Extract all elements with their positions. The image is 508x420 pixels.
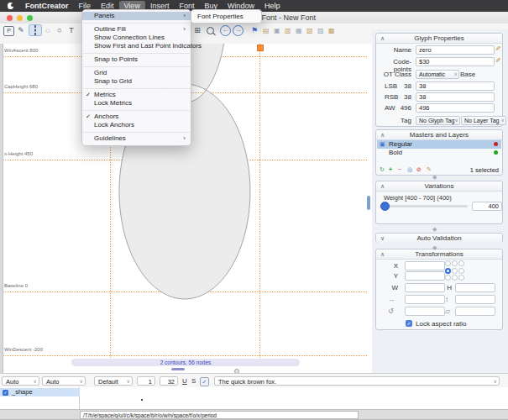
rect-select-icon[interactable] (29, 24, 42, 36)
otclass-dropdown[interactable]: Automatic ∨ (416, 70, 459, 79)
lock-aspect-checkbox[interactable]: ✓ (406, 320, 412, 327)
panel-splitter-icon[interactable]: ◆ (432, 174, 437, 181)
menu-fontcreator[interactable]: FontCreator (20, 1, 74, 11)
edit-master-icon[interactable]: ✎ (427, 166, 432, 173)
collapse-chevron-icon[interactable]: ∧ (380, 181, 385, 191)
component-tool-icon[interactable]: ▨ (317, 27, 324, 34)
codepoints-field[interactable]: $30 (416, 57, 495, 66)
menu-help[interactable]: Help (259, 1, 285, 11)
anchor-top-left[interactable] (445, 260, 451, 266)
navigate-back-icon[interactable]: ← (220, 25, 231, 36)
sync-master-icon[interactable]: ◎ (407, 166, 412, 173)
ellipse-tool-icon[interactable]: ○ (54, 25, 65, 35)
variations-header[interactable]: ∧ Variations (376, 181, 502, 192)
slant-field[interactable] (455, 307, 495, 316)
validation-warning-icon[interactable]: ⊘ (416, 166, 422, 173)
remove-master-icon[interactable]: − (398, 166, 401, 172)
anchor-middle-center[interactable] (452, 268, 458, 274)
anchor-tool-icon[interactable]: ▦ (296, 27, 302, 34)
collapse-chevron-icon[interactable]: ∧ (380, 34, 385, 43)
scrollbar-drag-handle[interactable] (171, 368, 185, 370)
menu-item-outline-fill[interactable]: Outline Fill › (82, 25, 191, 34)
menu-item-show-first-last[interactable]: Show First and Last Point Indicators (82, 42, 191, 50)
skew-horizontal-field[interactable] (405, 295, 445, 304)
auto-select-1[interactable]: Auto ∨ (2, 376, 39, 386)
anchor-bottom-center[interactable] (452, 275, 458, 281)
layer-tool-2-icon[interactable]: ▥ (285, 27, 291, 34)
style-icon[interactable]: S (191, 377, 196, 385)
add-master-icon[interactable]: + (389, 166, 392, 172)
anchor-top-center[interactable] (452, 260, 458, 266)
submenu-item-font-properties[interactable]: Font Properties (197, 13, 244, 20)
menu-item-lock-anchors[interactable]: Lock Anchors (82, 121, 191, 129)
navigate-forward-icon[interactable]: → (233, 25, 244, 36)
layer-tool-1-icon[interactable]: ▤ (263, 27, 270, 34)
master-row-bold[interactable]: Bold (377, 149, 501, 157)
preview-checkbox-icon[interactable]: ✓ (200, 377, 209, 386)
menu-item-show-connection-lines[interactable]: Show Connection Lines (82, 34, 191, 42)
panel-splitter-icon[interactable]: ◆ (432, 226, 437, 233)
anchor-bottom-left[interactable] (445, 275, 451, 281)
menu-item-lock-metrics[interactable]: Lock Metrics (82, 99, 191, 108)
weight-value-field[interactable]: 400 (472, 202, 502, 211)
menu-item-panels[interactable]: Panels › (82, 12, 191, 20)
edit-codepoints-icon[interactable]: ✎ (494, 57, 501, 63)
menu-item-snap-to-points[interactable]: Snap to Points (82, 55, 191, 64)
panel-splitter-icon[interactable]: ◆ (432, 244, 437, 251)
count-input[interactable]: 1 (137, 376, 155, 386)
auto-validation-header[interactable]: ∨ Auto Validation (376, 234, 502, 243)
menu-item-snap-to-grid[interactable]: Snap to Grid (82, 77, 191, 86)
h-field[interactable] (455, 283, 495, 292)
shape-checkbox[interactable]: ✓ (3, 390, 8, 396)
preview-text-combo[interactable]: The quick brown fox. ∨ (214, 376, 500, 386)
anchor-middle-left[interactable] (445, 268, 451, 274)
expand-chevron-icon[interactable]: ∨ (380, 234, 385, 243)
auto-select-2[interactable]: Auto ∨ (42, 376, 86, 386)
w-field[interactable] (405, 283, 445, 292)
underline-icon[interactable]: U (182, 377, 187, 385)
name-field[interactable]: zero (416, 45, 495, 55)
sound-tool-icon[interactable]: ▩ (328, 27, 335, 34)
default-select[interactable]: Default ∨ (94, 376, 133, 386)
masters-layers-header[interactable]: ∧ Masters and Layers (376, 130, 502, 140)
zoom-window-button[interactable] (27, 15, 33, 21)
zoom-tool-icon[interactable] (207, 27, 214, 34)
menu-item-grid[interactable]: Grid (82, 69, 191, 77)
menu-item-guidelines[interactable]: Guidelines › (82, 134, 191, 143)
minimize-window-button[interactable] (17, 15, 23, 21)
anchor-top-right[interactable] (458, 260, 464, 266)
layer-tag-dropdown[interactable]: No Layer Tag ∨ (461, 116, 506, 125)
lock-tool-icon[interactable]: ▣ (274, 27, 280, 34)
anchor-bottom-right[interactable] (458, 275, 464, 281)
weight-slider-knob[interactable] (380, 202, 390, 211)
contour-knife-icon[interactable]: ✎ (15, 25, 27, 35)
lsb-field[interactable]: 38 (416, 81, 495, 91)
anchor-middle-right[interactable] (458, 268, 464, 274)
menu-item-anchors[interactable]: ✓ Anchors (82, 113, 191, 121)
text-tool-icon[interactable]: T (65, 25, 77, 35)
collapse-chevron-icon[interactable]: ∧ (380, 249, 385, 259)
y-field[interactable] (405, 271, 445, 281)
glyph-overview-icon[interactable]: P (3, 26, 14, 36)
close-window-button[interactable] (7, 15, 13, 21)
glyph-properties-header[interactable]: ∧ Glyph Properties (376, 34, 502, 44)
skew-vertical-field[interactable] (455, 295, 495, 304)
menu-item-metrics[interactable]: ✓ Metrics (82, 91, 191, 99)
rotate-field[interactable] (405, 307, 445, 316)
size-input[interactable]: 32 (160, 376, 178, 386)
master-row-regular[interactable]: ▣ Regular (377, 140, 501, 149)
aw-field[interactable]: 496 (416, 103, 495, 113)
glyph-run-input[interactable]: /T/h/e/space/q/u/i/c/k/space/b/r/o/w/n/s… (80, 411, 359, 419)
layer-tool-3-icon[interactable]: ▧ (306, 27, 313, 34)
weight-slider-track[interactable] (384, 205, 468, 207)
apple-menu-icon[interactable] (8, 3, 13, 9)
lasso-select-icon[interactable]: ◌ (42, 25, 54, 35)
collapse-chevron-icon[interactable]: ∧ (380, 130, 385, 139)
rsb-field[interactable]: 38 (416, 92, 495, 102)
transformations-header[interactable]: ∧ Transformations (376, 249, 502, 260)
x-field[interactable] (405, 261, 445, 270)
canvas-horizontal-scrollbar[interactable]: 2 contours, 56 nodes (71, 359, 300, 366)
flag-icon[interactable]: ⚑ (249, 25, 260, 35)
refresh-masters-icon[interactable]: ↻ (380, 166, 385, 173)
fit-to-screen-icon[interactable]: ⊞ (191, 25, 203, 35)
